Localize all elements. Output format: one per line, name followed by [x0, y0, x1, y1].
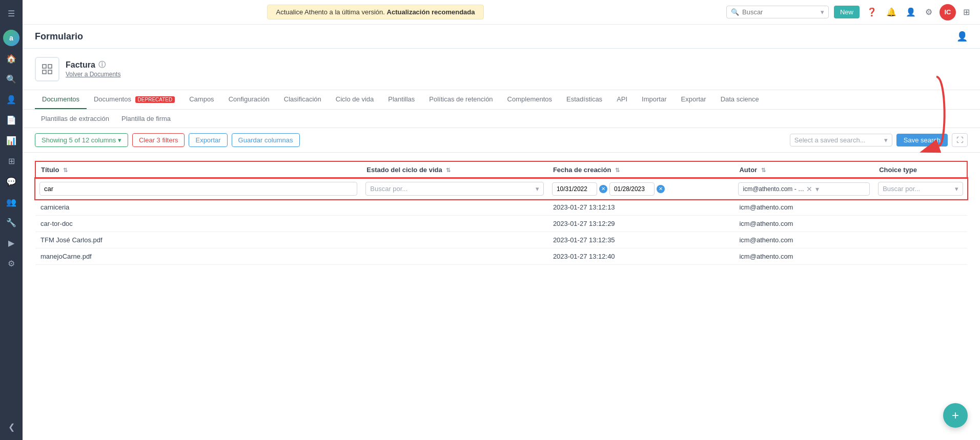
doc-header: Factura ⓘ Volver a Documents [23, 49, 980, 90]
save-columns-button[interactable]: Guardar columnas [232, 133, 300, 147]
topbar-right: 🔍 ▾ New ❓ 🔔 👤 ⚙ IC ⊞ [726, 4, 972, 20]
info-icon[interactable]: ⓘ [98, 60, 106, 70]
tab-documentos[interactable]: Documentos [35, 90, 87, 109]
sub-tab-plantillas-extraccion[interactable]: Plantillas de extracción [35, 112, 115, 125]
col-fecha[interactable]: Fecha de creación ⇅ [548, 161, 734, 178]
svg-rect-0 [43, 65, 46, 68]
fecha-from-clear-button[interactable]: ✕ [599, 185, 607, 193]
topbar: Actualice Athento a la última versión. A… [23, 0, 980, 25]
search-dropdown-icon[interactable]: ▾ [821, 8, 824, 16]
sub-tabs: Plantillas de extracción Plantilla de fi… [23, 110, 980, 128]
user-manage-icon[interactable]: 👤 [956, 31, 968, 42]
app-logo: a [3, 30, 19, 46]
sidebar-teams-icon[interactable]: 👥 [2, 193, 21, 211]
avatar[interactable]: IC [940, 4, 956, 20]
table-body: carniceria 2023-01-27 13:12:13 icm@athen… [35, 199, 967, 265]
table-row[interactable]: carniceria 2023-01-27 13:12:13 icm@athen… [35, 199, 967, 216]
filter-fecha-from[interactable] [552, 182, 597, 196]
autor-clear-button[interactable]: ✕ [806, 185, 812, 193]
filter-autor: icm@athento.com - Iván Cárd... ✕ ▾ [738, 182, 870, 196]
main-area: Actualice Athento a la última versión. A… [23, 0, 980, 440]
notifications-icon[interactable]: 🔔 [884, 5, 899, 19]
search-icon: 🔍 [731, 8, 739, 16]
filter-fecha-to[interactable] [609, 182, 655, 196]
sidebar-menu-icon[interactable]: ☰ [2, 4, 21, 23]
filter-estado-select[interactable]: Buscar por... ▾ [365, 182, 544, 196]
col-autor[interactable]: Autor ⇅ [734, 161, 874, 178]
sidebar-home-icon[interactable]: 🏠 [2, 49, 21, 68]
sidebar-search-icon[interactable]: 🔍 [2, 70, 21, 88]
col-estado[interactable]: Estado del ciclo de vida ⇅ [361, 161, 548, 178]
sidebar: ☰ a 🏠 🔍 👤 📄 📊 ⊞ 💬 👥 🔧 ▶ ⚙ ❮ [0, 0, 23, 440]
cell-choice [874, 199, 967, 216]
sidebar-collapse-icon[interactable]: ❮ [2, 417, 21, 436]
filter-row: Buscar por... ▾ ✕ ✕ [35, 178, 967, 199]
tab-ciclo-vida[interactable]: Ciclo de vida [329, 90, 381, 109]
export-button[interactable]: Exportar [189, 133, 227, 147]
tab-complementos[interactable]: Complementos [500, 90, 559, 109]
doc-back-link[interactable]: Volver a Documents [66, 71, 120, 78]
contacts-icon[interactable]: 👤 [904, 5, 918, 19]
tab-exportar[interactable]: Exportar [674, 90, 713, 109]
sort-fecha-icon[interactable]: ⇅ [615, 167, 620, 174]
save-search-button[interactable]: Save search [896, 134, 948, 146]
apps-icon[interactable]: ⊞ [961, 5, 972, 19]
col-choice[interactable]: Choice type [874, 161, 967, 178]
search-input[interactable] [742, 8, 818, 16]
sidebar-users-icon[interactable]: 👤 [2, 90, 21, 109]
cell-fecha: 2023-01-27 13:12:29 [548, 216, 734, 232]
filter-fecha-cell: ✕ ✕ [548, 178, 734, 199]
table-row[interactable]: TFM José Carlos.pdf 2023-01-27 13:12:35 … [35, 232, 967, 248]
tab-configuracion[interactable]: Configuración [221, 90, 277, 109]
help-icon[interactable]: ❓ [865, 5, 879, 19]
fecha-to-clear-button[interactable]: ✕ [657, 185, 665, 193]
table-row[interactable]: car-tor-doc 2023-01-27 13:12:29 icm@athe… [35, 216, 967, 232]
sidebar-charts-icon[interactable]: 📊 [2, 131, 21, 150]
doc-title: Factura ⓘ [66, 60, 120, 70]
tab-data-science[interactable]: Data science [713, 90, 766, 109]
fullscreen-button[interactable]: ⛶ [952, 133, 968, 147]
tab-estadisticas[interactable]: Estadísticas [559, 90, 609, 109]
sidebar-config-icon[interactable]: ⚙ [2, 254, 21, 273]
tab-documentos-deprecated[interactable]: Documentos DEPRECATED [87, 90, 182, 109]
col-titulo[interactable]: Título ⇅ [35, 161, 361, 178]
topbar-banner: Actualice Athento a la última versión. A… [31, 5, 720, 19]
svg-rect-2 [43, 70, 46, 74]
cell-fecha: 2023-01-27 13:12:40 [548, 248, 734, 265]
page-title: Formulario [35, 31, 83, 42]
autor-value: icm@athento.com - Iván Cárd... [743, 185, 804, 193]
saved-search-placeholder[interactable]: Select a saved search... [794, 136, 866, 144]
tab-plantillas[interactable]: Plantillas [381, 90, 422, 109]
filter-choice-select[interactable]: Buscar por... ▾ [878, 182, 963, 196]
banner-text: Actualice Athento a la última versión. [276, 8, 384, 16]
sidebar-run-icon[interactable]: ▶ [2, 234, 21, 252]
toolbar: Showing 5 of 12 columns ▾ Clear 3 filter… [23, 128, 980, 153]
sort-titulo-icon[interactable]: ⇅ [63, 167, 68, 174]
tab-clasificacion[interactable]: Clasificación [277, 90, 329, 109]
settings-icon[interactable]: ⚙ [923, 5, 934, 19]
tab-campos[interactable]: Campos [182, 90, 221, 109]
table-row[interactable]: manejoCarne.pdf 2023-01-27 13:12:40 icm@… [35, 248, 967, 265]
new-button[interactable]: New [834, 6, 860, 18]
tabs: Documentos Documentos DEPRECATED Campos … [23, 90, 980, 110]
sub-tab-plantilla-firma[interactable]: Plantilla de firma [115, 112, 177, 125]
autor-expand-button[interactable]: ▾ [815, 185, 819, 193]
fab-add-button[interactable]: + [943, 403, 968, 428]
sidebar-docs-icon[interactable]: 📄 [2, 111, 21, 129]
search-box[interactable]: 🔍 ▾ [726, 6, 829, 18]
banner-message: Actualice Athento a la última versión. A… [267, 5, 483, 19]
saved-search-chevron[interactable]: ▾ [884, 136, 888, 144]
sort-autor-icon[interactable]: ⇅ [761, 167, 766, 174]
tab-politicas[interactable]: Políticas de retención [422, 90, 500, 109]
sort-estado-icon[interactable]: ⇅ [446, 167, 451, 174]
tab-importar[interactable]: Importar [635, 90, 673, 109]
columns-button[interactable]: Showing 5 of 12 columns ▾ [35, 133, 128, 147]
tab-api[interactable]: API [609, 90, 635, 109]
cell-choice [874, 232, 967, 248]
filter-choice-cell: Buscar por... ▾ [874, 178, 967, 199]
sidebar-settings-icon[interactable]: ⊞ [2, 152, 21, 170]
filter-titulo-input[interactable] [39, 182, 357, 196]
sidebar-tools-icon[interactable]: 🔧 [2, 213, 21, 232]
sidebar-chat-icon[interactable]: 💬 [2, 172, 21, 191]
clear-filters-button[interactable]: Clear 3 filters [132, 133, 185, 147]
